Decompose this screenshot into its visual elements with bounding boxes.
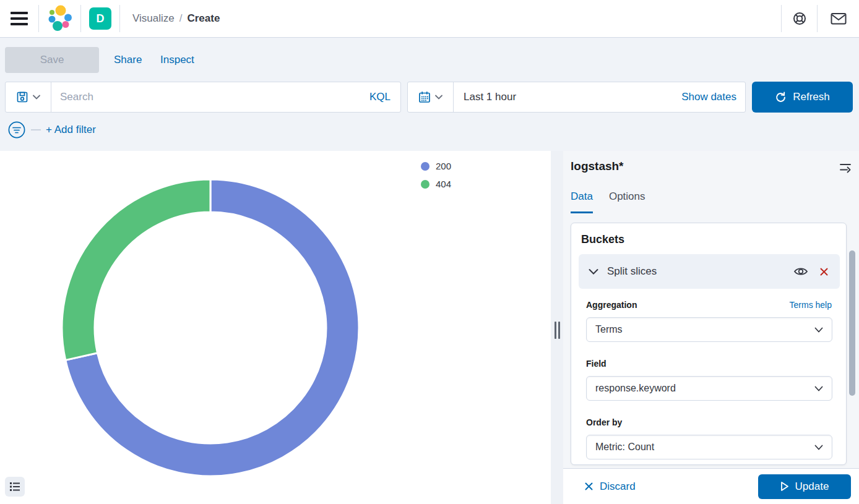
legend-label: 404: [436, 179, 451, 189]
pie-slice-404[interactable]: [62, 179, 210, 360]
save-button[interactable]: Save: [5, 47, 99, 73]
filter-icon: [7, 121, 26, 139]
order-by-value: Metric: Count: [595, 442, 654, 453]
filter-dash: [31, 129, 41, 130]
menu-button[interactable]: [0, 0, 38, 37]
toggle-visibility-button[interactable]: [792, 265, 809, 278]
order-by-select[interactable]: Metric: Count: [586, 435, 832, 459]
legend-toggle-button[interactable]: [5, 477, 25, 497]
breadcrumb-section[interactable]: Visualize: [132, 12, 175, 25]
elastic-logo[interactable]: [39, 0, 80, 37]
saved-query-menu-button[interactable]: [6, 82, 51, 112]
refresh-icon: [775, 92, 787, 103]
tab-options[interactable]: Options: [609, 190, 645, 213]
remove-bucket-button[interactable]: [818, 266, 830, 278]
space-selector[interactable]: D: [81, 0, 119, 37]
chevron-down-icon: [814, 386, 823, 391]
help-button[interactable]: [782, 0, 817, 37]
chart-area: 200404: [0, 151, 551, 504]
discard-button[interactable]: Discard: [581, 480, 639, 493]
update-button[interactable]: Update: [758, 474, 851, 499]
date-quick-menu-button[interactable]: [408, 82, 454, 112]
save-query-icon: [16, 91, 28, 103]
breadcrumb-current: Create: [187, 12, 220, 25]
close-icon: [819, 267, 829, 276]
split-slices-label: Split slices: [607, 265, 783, 278]
chevron-down-icon: [814, 445, 823, 450]
buckets-title: Buckets: [581, 233, 624, 246]
panel-resize-handle[interactable]: [553, 322, 561, 339]
play-icon: [780, 481, 789, 492]
menu-right-icon: [839, 162, 852, 173]
top-header: D Visualize / Create: [0, 0, 859, 38]
newsfeed-button[interactable]: [818, 0, 859, 37]
refresh-label: Refresh: [793, 91, 830, 103]
discard-label: Discard: [600, 481, 636, 493]
elastic-logo-icon: [47, 4, 73, 33]
legend-dot: [421, 162, 430, 171]
toolbar-region: Save Share Inspect KQL: [0, 38, 859, 151]
field-select[interactable]: response.keyword: [586, 376, 832, 401]
tab-data[interactable]: Data: [571, 190, 593, 213]
inspect-button[interactable]: Inspect: [160, 47, 194, 73]
show-dates-button[interactable]: Show dates: [673, 82, 745, 112]
eye-icon: [793, 266, 808, 277]
close-icon: [584, 482, 594, 491]
divider: [119, 5, 120, 32]
update-label: Update: [795, 481, 829, 493]
buckets-card: Buckets Split slices: [571, 223, 847, 465]
panel-divider: [551, 151, 563, 504]
vis-editor-sidebar: logstash* Data Options Buckets Split sli…: [563, 151, 859, 504]
hamburger-icon: [10, 11, 28, 27]
sidebar-footer: Discard Update: [563, 468, 859, 504]
help-icon: [792, 11, 807, 26]
breadcrumb-separator: /: [179, 12, 183, 25]
breadcrumb: Visualize / Create: [132, 12, 220, 25]
scrollbar-thumb[interactable]: [849, 250, 855, 396]
sidebar-tabs: Data Options: [571, 190, 645, 213]
legend-label: 200: [436, 161, 451, 171]
aggregation-value: Terms: [595, 324, 623, 335]
donut-chart: [0, 151, 551, 504]
filter-options-button[interactable]: [6, 119, 27, 140]
legend-item[interactable]: 404: [421, 179, 451, 189]
chevron-down-icon: [814, 327, 823, 333]
refresh-button[interactable]: Refresh: [752, 82, 853, 113]
chart-legend: 200404: [421, 161, 451, 189]
field-label: Field: [586, 359, 606, 369]
date-picker-bar: Last 1 hour Show dates: [407, 82, 746, 113]
list-icon: [9, 482, 20, 492]
share-button[interactable]: Share: [114, 47, 142, 73]
index-pattern-title: logstash*: [571, 160, 624, 173]
calendar-icon: [418, 91, 431, 103]
add-filter-button[interactable]: + Add filter: [46, 124, 96, 136]
app-window: D Visualize / Create: [0, 0, 859, 504]
legend-item[interactable]: 200: [421, 161, 451, 171]
collapse-sidebar-button[interactable]: [838, 161, 853, 176]
chevron-down-icon: [435, 95, 442, 100]
query-language-button[interactable]: KQL: [360, 82, 400, 112]
aggregation-label: Aggregation: [586, 300, 637, 310]
aggregation-select[interactable]: Terms: [586, 317, 832, 342]
query-bar: KQL: [5, 82, 401, 113]
chevron-down-icon: [589, 268, 598, 275]
field-value: response.keyword: [595, 383, 676, 394]
order-by-label: Order by: [586, 417, 622, 427]
time-range-value[interactable]: Last 1 hour: [454, 82, 673, 112]
mail-icon: [831, 12, 847, 25]
split-slices-accordion[interactable]: Split slices: [579, 254, 840, 289]
legend-dot: [421, 180, 430, 189]
terms-help-link[interactable]: Terms help: [790, 300, 832, 310]
space-badge: D: [89, 7, 111, 30]
resize-grip-bar: [558, 322, 560, 339]
resize-grip-bar: [555, 322, 556, 339]
filter-bar: + Add filter: [6, 120, 96, 140]
chevron-down-icon: [33, 95, 40, 100]
search-input[interactable]: [51, 82, 360, 112]
